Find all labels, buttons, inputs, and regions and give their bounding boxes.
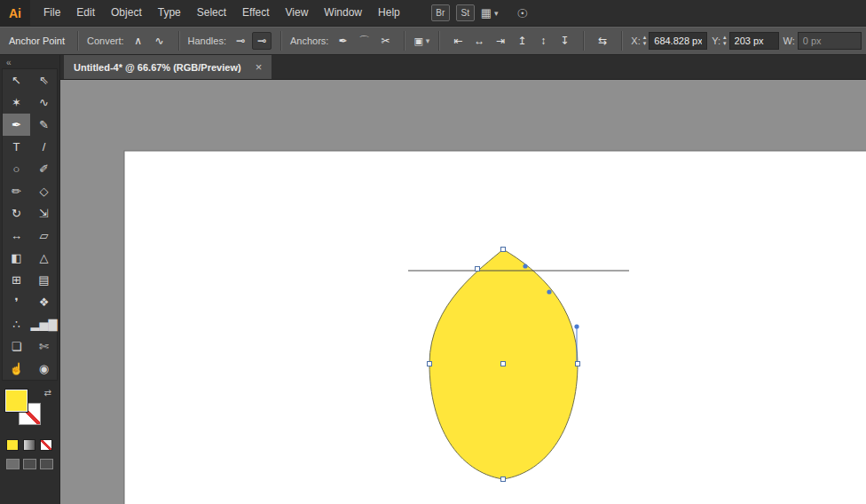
app-logo[interactable]: Ai: [0, 0, 30, 26]
chevron-down-icon: ▾: [426, 36, 430, 45]
curvature-icon: ✎: [39, 118, 49, 131]
anchor-right[interactable]: [576, 362, 580, 366]
swap-fill-stroke-icon[interactable]: ⇄: [44, 388, 51, 398]
show-handles-button[interactable]: ⊸: [231, 32, 250, 50]
distribute-spacing-button[interactable]: ⇆: [593, 32, 612, 50]
menu-file[interactable]: File: [35, 0, 68, 26]
tool-rotate[interactable]: ↻: [3, 202, 30, 224]
menu-select[interactable]: Select: [189, 0, 234, 26]
menu-effect[interactable]: Effect: [234, 0, 277, 26]
align-group: ⇤↔⇥↥↕↧: [448, 32, 574, 50]
tool-line-segment[interactable]: /: [30, 136, 58, 158]
handle-point[interactable]: [523, 264, 527, 268]
tool-eraser[interactable]: ◇: [30, 180, 58, 202]
document-tab[interactable]: Untitled-4* @ 66.67% (RGB/Preview) ×: [64, 55, 272, 79]
tool-hand[interactable]: ☝: [3, 358, 30, 380]
convert-to-corner-button[interactable]: ∧: [129, 32, 148, 50]
gradient-button[interactable]: [23, 439, 35, 451]
magic-wand-icon: ✶: [12, 96, 21, 109]
x-input[interactable]: [649, 32, 707, 50]
anchor-top[interactable]: [501, 248, 506, 252]
handles-label: Handles:: [188, 35, 226, 46]
align-left-button[interactable]: ⇤: [448, 32, 468, 50]
stepper-down-icon[interactable]: ▾: [723, 41, 727, 47]
tool-pen[interactable]: ✒: [3, 114, 30, 136]
anchor-left[interactable]: [428, 362, 432, 366]
tool-gradient[interactable]: ▤: [30, 269, 58, 291]
handle-point[interactable]: [574, 324, 579, 328]
tool-width[interactable]: ↔: [3, 224, 30, 247]
tool-blend[interactable]: ❖: [30, 291, 58, 313]
anchor-bottom[interactable]: [501, 477, 506, 482]
align-middle-button[interactable]: ↕: [533, 32, 553, 50]
tool-selection[interactable]: ↖: [3, 69, 30, 91]
rotate-icon: ↻: [12, 207, 21, 220]
sync-icon[interactable]: ☉: [517, 6, 529, 20]
y-stepper[interactable]: ▴ ▾: [723, 35, 727, 47]
menu-window[interactable]: Window: [316, 0, 370, 26]
tool-eyedropper[interactable]: ❜: [3, 291, 30, 313]
align-center-button[interactable]: ↔: [469, 32, 489, 50]
chevron-down-icon: ▾: [494, 9, 499, 18]
anchor-upper-left[interactable]: [476, 267, 480, 272]
tool-paintbrush[interactable]: ✐: [30, 158, 58, 180]
align-bottom-button[interactable]: ↧: [555, 32, 574, 50]
menu-list: FileEditObjectTypeSelectEffectViewWindow…: [35, 0, 408, 26]
tool-curvature[interactable]: ✎: [30, 114, 58, 136]
remove-anchors-button[interactable]: ✒: [333, 32, 352, 50]
tool-shape-builder[interactable]: ◧: [3, 247, 30, 269]
free-transform-icon: ▱: [40, 229, 49, 242]
menu-type[interactable]: Type: [150, 0, 189, 26]
pencil-icon: ✏: [12, 185, 21, 198]
w-field: W:: [783, 32, 862, 50]
menu-edit[interactable]: Edit: [68, 0, 103, 26]
canvas-area[interactable]: [60, 80, 866, 504]
isolate-icon: ▣: [413, 35, 422, 47]
tool-symbol-sprayer[interactable]: ∴: [3, 313, 30, 335]
none-button[interactable]: [40, 439, 52, 451]
stock-button[interactable]: St: [456, 4, 475, 21]
draw-normal-button[interactable]: [6, 459, 20, 469]
handle-point[interactable]: [547, 289, 551, 294]
center-point[interactable]: [501, 362, 506, 366]
convert-to-smooth-button[interactable]: ∿: [150, 32, 169, 50]
tool-slice[interactable]: ✄: [30, 335, 58, 358]
tab-close-icon[interactable]: ×: [256, 60, 263, 74]
x-field: X: ▴ ▾: [631, 32, 707, 50]
tool-ellipse[interactable]: ○: [3, 158, 30, 180]
tool-direct-selection[interactable]: ⇖: [30, 69, 58, 91]
tool-artboard[interactable]: ❏: [3, 335, 30, 358]
tool-column-graph[interactable]: ▂▅▇: [30, 313, 58, 335]
w-input[interactable]: [798, 32, 862, 50]
color-button[interactable]: [6, 439, 19, 451]
tool-zoom[interactable]: ◉: [30, 358, 58, 380]
zoom-icon: ◉: [39, 362, 49, 375]
direct-selection-icon: ⇖: [39, 74, 49, 87]
connect-anchors-button[interactable]: ⌒: [354, 32, 374, 50]
workspace-switcher[interactable]: ▦ ▾: [481, 6, 499, 20]
menu-view[interactable]: View: [278, 0, 317, 26]
align-right-button[interactable]: ⇥: [491, 32, 510, 50]
tool-mesh[interactable]: ⊞: [3, 269, 30, 291]
fill-swatch[interactable]: [5, 390, 28, 412]
tool-magic-wand[interactable]: ✶: [3, 91, 30, 114]
tool-perspective-grid[interactable]: △: [30, 247, 58, 269]
y-input[interactable]: [729, 32, 779, 50]
tool-free-transform[interactable]: ▱: [30, 224, 58, 247]
isolate-selection-button[interactable]: ▣ ▾: [413, 35, 429, 47]
tool-pencil[interactable]: ✏: [3, 180, 30, 202]
x-stepper[interactable]: ▴ ▾: [643, 35, 647, 47]
menu-help[interactable]: Help: [370, 0, 408, 26]
menu-object[interactable]: Object: [103, 0, 150, 26]
hide-handles-button[interactable]: ⊸: [252, 32, 272, 50]
collapse-panel-button[interactable]: «: [0, 55, 18, 68]
stepper-down-icon[interactable]: ▾: [643, 41, 647, 47]
cut-path-button[interactable]: ✂: [375, 32, 395, 50]
tool-type[interactable]: T: [3, 136, 30, 158]
draw-inside-button[interactable]: [40, 459, 53, 469]
draw-behind-button[interactable]: [23, 459, 36, 469]
tool-lasso[interactable]: ∿: [30, 91, 58, 114]
align-top-button[interactable]: ↥: [512, 32, 531, 50]
tool-scale[interactable]: ⇲: [30, 202, 58, 224]
bridge-button[interactable]: Br: [431, 4, 450, 21]
